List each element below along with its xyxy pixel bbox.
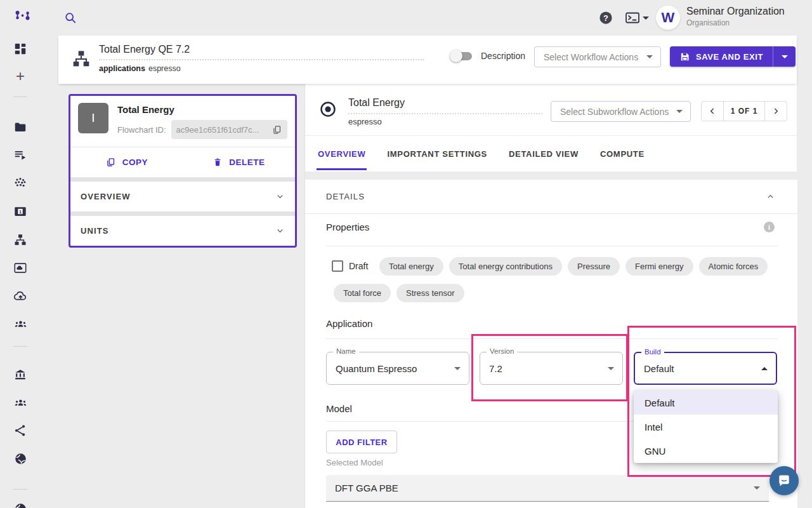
subworkflow-pager: 1 OF 1 xyxy=(701,101,787,121)
draft-checkbox[interactable] xyxy=(332,260,343,272)
save-options-toggle[interactable] xyxy=(773,46,796,67)
organization-icon[interactable] xyxy=(13,367,28,382)
terminal-icon xyxy=(625,11,640,25)
accordion-overview[interactable]: OVERVIEW xyxy=(70,182,295,211)
accordion-units[interactable]: UNITS xyxy=(70,216,295,246)
draft-label: Draft xyxy=(349,261,368,271)
property-chip[interactable]: Pressure xyxy=(568,257,620,276)
build-option-gnu[interactable]: GNU xyxy=(634,439,778,463)
rail-divider xyxy=(13,489,27,490)
property-chip[interactable]: Stress tensor xyxy=(396,284,464,302)
model-title: Model xyxy=(326,403,352,414)
chat-launcher[interactable] xyxy=(769,466,799,495)
save-icon xyxy=(679,51,690,62)
chevron-down-icon xyxy=(275,226,285,236)
pager-label: 1 OF 1 xyxy=(723,101,765,121)
org-type: Organisation xyxy=(686,18,785,27)
chevron-down-icon xyxy=(676,110,683,113)
chevron-down-icon xyxy=(608,367,614,370)
workflow-actions-select[interactable]: Select Workflow Actions xyxy=(534,46,661,67)
application-name-select[interactable]: Name Quantum Espresso xyxy=(326,352,469,385)
org-name: Seminar Organization xyxy=(686,6,785,17)
app-logo-icon[interactable] xyxy=(13,8,33,28)
unit-letter: I xyxy=(91,111,95,125)
share-icon[interactable] xyxy=(13,423,28,438)
property-chips-row1: Total energy Total energy contributions … xyxy=(379,257,773,276)
unit-title: Total Energy xyxy=(117,104,287,115)
selected-model-value: DFT GGA PBE xyxy=(335,483,398,493)
delete-unit-button[interactable]: DELETE xyxy=(183,147,295,177)
property-chips-row2: Total force Stress tensor xyxy=(334,284,470,302)
subworkflow-app: espresso xyxy=(348,117,382,126)
jobs-card-icon[interactable]: 1 xyxy=(13,204,28,219)
property-chip[interactable]: Total energy xyxy=(379,257,443,276)
rail-divider xyxy=(13,346,27,347)
subworkflow-actions-select[interactable]: Select Subworkflow Actions xyxy=(551,101,691,122)
pager-next-button[interactable] xyxy=(764,101,787,121)
pager-prev-button[interactable] xyxy=(701,101,724,121)
job-list-icon[interactable] xyxy=(13,147,28,163)
properties-title: Properties xyxy=(326,222,369,232)
copy-id-icon[interactable] xyxy=(272,124,282,135)
details-header-label: DETAILS xyxy=(326,192,365,201)
chat-bubble-icon xyxy=(776,473,792,488)
media-cloud-icon[interactable] xyxy=(13,260,28,276)
description-label: Description xyxy=(481,51,525,61)
application-version-select[interactable]: Version 7.2 xyxy=(480,352,623,385)
chevron-down-icon xyxy=(454,367,461,370)
tab-compute[interactable]: COMPUTE xyxy=(600,136,645,171)
card-divider xyxy=(70,211,295,216)
save-and-exit-main[interactable]: SAVE AND EXIT xyxy=(670,46,773,67)
selected-model-label: Selected Model xyxy=(326,458,383,467)
workflow-app: espresso xyxy=(148,64,181,73)
info-icon[interactable]: i xyxy=(764,222,775,232)
flowchart-id-label: Flowchart ID: xyxy=(117,125,166,135)
dashboard-icon[interactable] xyxy=(13,41,28,57)
team-icon[interactable] xyxy=(13,316,28,331)
details-header[interactable]: DETAILS xyxy=(305,180,797,214)
folder-icon[interactable] xyxy=(13,119,28,135)
tab-detailed-view[interactable]: DETAILED VIEW xyxy=(509,136,579,171)
help-globe-icon[interactable] xyxy=(13,501,28,508)
workflow-category: applications xyxy=(99,64,145,73)
members-icon[interactable] xyxy=(13,395,28,410)
application-build-select[interactable]: Build Default xyxy=(634,352,777,385)
help-glyph: ? xyxy=(603,13,608,23)
workflow-icon xyxy=(71,49,91,69)
property-chip[interactable]: Fermi energy xyxy=(625,257,693,276)
build-option-default[interactable]: Default xyxy=(634,391,778,415)
materials-icon[interactable] xyxy=(13,176,28,191)
save-and-exit-label: SAVE AND EXIT xyxy=(696,52,763,62)
subworkflow-actions-placeholder: Select Subworkflow Actions xyxy=(560,107,669,117)
flowchart-id-value: ac9ee1c651f61cdf7c... xyxy=(176,125,268,135)
chevron-up-icon xyxy=(761,367,768,370)
rail-divider xyxy=(13,97,27,97)
chevron-down-icon xyxy=(643,17,649,20)
flowchart-id-box: ac9ee1c651f61cdf7c... xyxy=(171,120,287,139)
globe-icon[interactable] xyxy=(13,451,28,466)
property-chip[interactable]: Total energy contributions xyxy=(449,257,562,276)
tab-overview[interactable]: OVERVIEW xyxy=(318,136,365,171)
copy-icon xyxy=(105,157,116,168)
build-option-intel[interactable]: Intel xyxy=(634,415,778,439)
description-toggle[interactable] xyxy=(452,52,472,60)
selected-model-select[interactable]: DFT GGA PBE xyxy=(326,475,769,502)
tab-important-settings[interactable]: IMPORTANT SETTINGS xyxy=(387,136,487,171)
terminal-menu-button[interactable] xyxy=(625,11,649,25)
workflows-icon[interactable] xyxy=(13,232,28,248)
help-icon[interactable]: ? xyxy=(599,11,613,25)
search-icon[interactable] xyxy=(64,11,77,24)
add-icon[interactable]: + xyxy=(13,69,28,84)
chevron-down-icon xyxy=(646,55,653,58)
section-divider xyxy=(326,246,778,246)
copy-unit-button[interactable]: COPY xyxy=(70,147,183,177)
build-field-label: Build xyxy=(641,348,664,356)
account-info[interactable]: Seminar Organization Organisation xyxy=(686,6,785,27)
avatar[interactable]: W xyxy=(656,6,680,30)
panel-gap xyxy=(305,171,797,180)
cloud-upload-icon[interactable] xyxy=(13,288,28,304)
property-chip[interactable]: Atomic forces xyxy=(699,257,768,276)
add-filter-button[interactable]: ADD FILTER xyxy=(326,431,397,453)
chevron-up-icon xyxy=(766,192,775,201)
property-chip[interactable]: Total force xyxy=(334,284,391,302)
